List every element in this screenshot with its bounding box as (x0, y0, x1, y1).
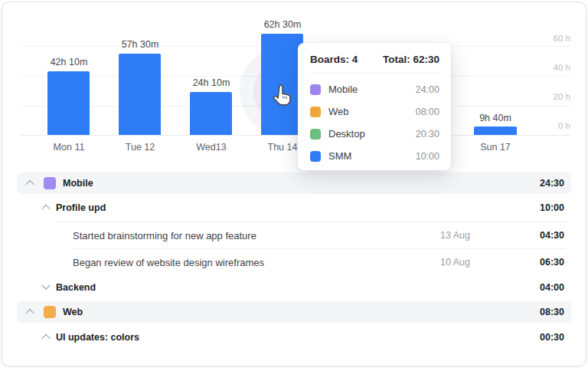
tooltip-row-smm: SMM 10:00 (310, 145, 439, 167)
mobile-board-swatch (44, 177, 56, 189)
bar-value-label: 42h 10m (27, 57, 111, 67)
tooltip-boards-count: Boards: 4 (310, 54, 358, 65)
tooltip-board-name: Web (328, 106, 416, 117)
board-total-time: 08:30 (540, 307, 564, 317)
time-entries-table: Mobile 24:30 Profile upd 10:00 Started b… (2, 169, 586, 352)
tooltip-board-name: Mobile (328, 84, 416, 95)
bar-chart: 60 h 40 h 20 h 0 h 42h 10m Mon 11 57h 30… (2, 2, 586, 168)
group-total-time: 04:00 (540, 282, 564, 293)
tooltip-header: Boards: 4 Total: 62:30 (310, 54, 439, 65)
desktop-color-swatch (310, 129, 321, 140)
bar-value-label: 62h 30m (240, 19, 325, 30)
tooltip-row-desktop: Desktop 20:30 (310, 123, 439, 145)
collapse-chevron-icon[interactable] (25, 309, 34, 317)
web-board-swatch (44, 306, 56, 318)
group-row-backend[interactable]: Backend 04:00 (43, 275, 564, 300)
expand-chevron-icon[interactable] (41, 281, 50, 290)
tooltip-board-time: 24:00 (416, 84, 439, 95)
bar-wed-13[interactable] (190, 92, 232, 135)
bar-value-label: 24h 10m (169, 77, 253, 88)
bar-value-label: 57h 30m (98, 39, 182, 50)
task-row[interactable]: Began review of website design wireframe… (73, 249, 564, 275)
task-date: 13 Aug (440, 230, 470, 241)
group-total-time: 00:30 (540, 332, 564, 343)
tooltip-board-time: 08:00 (416, 107, 439, 117)
hand-cursor-icon (271, 84, 294, 110)
group-label: Backend (56, 282, 540, 293)
x-tick-sun-17: Sun 17 (453, 142, 537, 153)
group-total-time: 10:00 (540, 202, 564, 213)
collapse-chevron-icon[interactable] (41, 334, 50, 343)
group-row-profile-upd[interactable]: Profile upd 10:00 (43, 194, 564, 222)
tooltip-board-name: SMM (328, 150, 416, 162)
task-label: Began review of website design wireframe… (73, 257, 440, 268)
mobile-color-swatch (310, 84, 321, 95)
board-row-web[interactable]: Web 08:30 (17, 301, 571, 323)
bar-sun-17[interactable] (474, 127, 517, 135)
collapse-chevron-icon[interactable] (25, 180, 34, 189)
tooltip-total: Total: 62:30 (383, 54, 439, 65)
tooltip-board-time: 10:00 (416, 151, 439, 162)
collapse-chevron-icon[interactable] (41, 205, 50, 213)
bar-value-label: 9h 40m (453, 113, 537, 123)
y-tick-20h: 20 h (524, 92, 570, 101)
bar-mon-11[interactable] (47, 71, 90, 135)
tooltip-rows: Mobile 24:00 Web 08:00 Desktop 20:30 SMM… (298, 74, 451, 167)
board-label: Web (63, 307, 540, 317)
task-row[interactable]: Started brainstorming for new app featur… (73, 222, 564, 248)
group-row-ui-updates[interactable]: UI updates: colors 00:30 (43, 323, 564, 352)
web-color-swatch (310, 107, 321, 117)
task-label: Started brainstorming for new app featur… (73, 230, 440, 242)
smm-color-swatch (310, 151, 321, 162)
task-date: 10 Aug (440, 257, 470, 268)
y-tick-40h: 40 h (524, 63, 570, 72)
board-total-time: 24:30 (540, 178, 564, 189)
bar-tue-12[interactable] (119, 54, 161, 135)
y-tick-60h: 60 h (524, 34, 570, 43)
group-label: Profile upd (56, 202, 540, 213)
board-label: Mobile (63, 178, 540, 189)
hover-tooltip: Boards: 4 Total: 62:30 Mobile 24:00 Web … (298, 43, 451, 170)
time-report-card: 60 h 40 h 20 h 0 h 42h 10m Mon 11 57h 30… (2, 2, 586, 366)
group-label: UI updates: colors (56, 332, 540, 343)
task-time: 06:30 (470, 257, 564, 268)
tooltip-board-name: Desktop (328, 128, 416, 140)
tooltip-row-web: Web 08:00 (310, 100, 439, 123)
tooltip-board-time: 20:30 (416, 129, 439, 140)
task-time: 04:30 (470, 230, 564, 241)
board-row-mobile[interactable]: Mobile 24:30 (17, 172, 571, 194)
tooltip-row-mobile: Mobile 24:00 (310, 78, 439, 100)
axis-baseline (21, 135, 570, 136)
